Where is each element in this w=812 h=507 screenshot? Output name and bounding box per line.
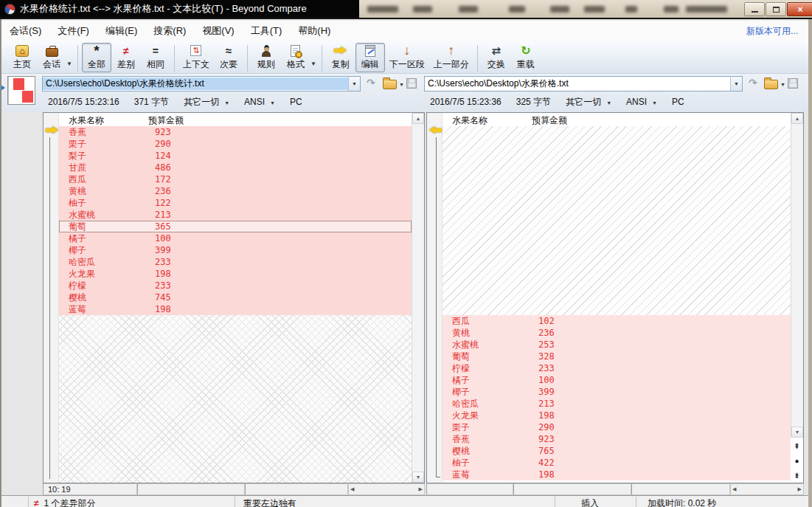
file-line[interactable]: 葡萄328 <box>443 351 791 362</box>
file-line[interactable]: 葡萄365 <box>59 221 412 232</box>
file-line[interactable]: 樱桃765 <box>443 445 791 457</box>
file-line[interactable]: 橘子100 <box>59 232 412 244</box>
scroll-right-icon[interactable]: ▶ <box>798 486 802 492</box>
menu-session[interactable]: 会话(S) <box>1 21 49 41</box>
scroll-down-icon[interactable]: ▼ <box>412 472 424 483</box>
file-line[interactable]: 哈密瓜233 <box>59 256 412 268</box>
sessions-dropdown-icon[interactable]: ▼ <box>66 61 72 67</box>
right-path-dropdown-icon[interactable]: ▼ <box>730 77 742 91</box>
scroll-up-icon[interactable]: ▲ <box>412 113 424 124</box>
show-all-button[interactable]: * 全部 <box>82 43 111 72</box>
minor-button[interactable]: ≈ 次要 <box>214 43 243 72</box>
file-line[interactable]: 梨子124 <box>59 150 412 162</box>
right-browse-folder-icon[interactable] <box>764 80 778 89</box>
minimize-button[interactable] <box>744 2 765 16</box>
left-encoding[interactable]: ANSI▼ <box>244 97 275 107</box>
scroll-left-icon[interactable]: ◀ <box>350 486 354 492</box>
left-send-to-icon[interactable]: ↷ <box>367 77 375 89</box>
previous-part-button[interactable]: ↑ 上一部分 <box>429 43 473 72</box>
right-browse-dropdown-icon[interactable]: ▼ <box>780 82 785 87</box>
menu-help[interactable]: 帮助(H) <box>290 21 339 41</box>
menu-search[interactable]: 搜索(R) <box>145 21 194 41</box>
file-line[interactable]: 橘子100 <box>443 374 791 386</box>
file-line[interactable]: 樱桃745 <box>59 292 412 303</box>
right-path-value[interactable]: C:\Users\echo\Desktop\水果价格.txt <box>425 77 730 90</box>
rules-button[interactable]: 规则 <box>251 43 281 72</box>
file-line[interactable]: 椰子399 <box>59 244 412 256</box>
left-vertical-scrollbar[interactable]: ▲ ▼ <box>412 113 424 483</box>
file-line[interactable]: 西瓜102 <box>443 315 791 327</box>
file-line[interactable]: 西瓜172 <box>59 173 412 185</box>
show-same-button[interactable]: = 相同 <box>141 43 170 72</box>
left-path-combobox[interactable]: C:\Users\echo\Desktop\水果价格统计.txt ▼ <box>42 76 361 92</box>
file-line[interactable]: 甘蔗486 <box>59 162 412 173</box>
file-line[interactable]: 栗子290 <box>443 421 791 433</box>
left-save-icon[interactable] <box>406 78 417 89</box>
left-diff-arrow-icon[interactable] <box>46 126 58 134</box>
comparison-thumbnail[interactable] <box>7 76 35 105</box>
left-path-dropdown-icon[interactable]: ▼ <box>348 77 360 91</box>
menu-view[interactable]: 视图(V) <box>194 21 242 41</box>
right-save-icon[interactable] <box>788 78 798 89</box>
maximize-button[interactable] <box>766 2 786 16</box>
format-dropdown-icon[interactable]: ▼ <box>310 61 316 67</box>
scroll-left-icon[interactable]: ◀ <box>732 486 736 492</box>
file-line[interactable]: 火龙果198 <box>443 410 791 421</box>
close-button[interactable]: × <box>787 2 812 16</box>
last-diff-icon[interactable]: ⇟ <box>794 472 799 480</box>
file-line[interactable]: 椰子399 <box>443 386 791 398</box>
right-send-to-icon[interactable]: ↷ <box>749 77 757 89</box>
right-path-combobox[interactable]: C:\Users\echo\Desktop\水果价格.txt ▼ <box>424 76 743 92</box>
right-text-area[interactable]: 水果名称预算金额 西瓜102 黄桃236 水蜜桃253 葡萄328 <box>443 113 791 483</box>
scroll-down-icon[interactable]: ▼ <box>791 427 803 438</box>
right-vertical-scrollbar[interactable]: ▲ ▼ <box>791 113 803 438</box>
file-line[interactable]: 柠檬233 <box>59 280 412 292</box>
menu-edit[interactable]: 编辑(E) <box>97 21 145 41</box>
file-line[interactable]: 柠檬233 <box>443 362 791 374</box>
right-line-format[interactable]: PC <box>672 97 684 107</box>
scroll-up-icon[interactable]: ▲ <box>791 113 803 124</box>
reload-button[interactable]: ↻ 重载 <box>511 43 541 72</box>
scroll-right-icon[interactable]: ▶ <box>419 486 423 492</box>
update-available-link[interactable]: 新版本可用... <box>746 25 798 38</box>
first-diff-icon[interactable]: ⇞ <box>794 443 799 450</box>
next-section-button[interactable]: ↓ 下一区段 <box>385 43 429 72</box>
file-line[interactable]: 柚子122 <box>59 197 412 209</box>
edit-button[interactable]: 编辑 <box>355 43 385 72</box>
file-line[interactable]: 水蜜桃253 <box>443 339 791 351</box>
menu-file[interactable]: 文件(F) <box>49 21 97 41</box>
copy-button[interactable]: 复制 <box>326 43 355 72</box>
right-header-line[interactable]: 水果名称预算金额 <box>443 114 791 126</box>
left-browse-folder-icon[interactable] <box>383 80 397 89</box>
home-button[interactable]: ⌂ 主页 <box>7 43 37 72</box>
show-differences-button[interactable]: ≠ 差别 <box>111 43 141 72</box>
left-text-area[interactable]: 水果名称预算金额 香蕉923 栗子290 梨子124 甘蔗486 <box>59 113 412 483</box>
right-display-filter[interactable]: 其它一切▼ <box>566 96 611 108</box>
left-display-filter[interactable]: 其它一切▼ <box>184 96 229 108</box>
left-browse-dropdown-icon[interactable]: ▼ <box>399 82 404 87</box>
file-line[interactable]: 蓝莓198 <box>443 469 791 480</box>
file-line[interactable]: 黄桃236 <box>443 327 791 339</box>
left-header-line[interactable]: 水果名称预算金额 <box>59 114 412 126</box>
format-button[interactable]: 格式 <box>281 43 310 72</box>
left-horizontal-scrollbar[interactable]: ◀ ▶ <box>348 483 425 495</box>
file-line[interactable]: 火龙果198 <box>59 268 412 280</box>
swap-button[interactable]: ⇄ 交换 <box>482 43 511 72</box>
left-path-value[interactable]: C:\Users\echo\Desktop\水果价格统计.txt <box>43 77 348 90</box>
file-line[interactable]: 香蕉923 <box>59 126 412 138</box>
file-line[interactable]: 黄桃236 <box>59 185 412 197</box>
menu-tools[interactable]: 工具(T) <box>243 21 291 41</box>
right-diff-arrow-icon[interactable] <box>429 126 442 134</box>
sessions-button[interactable]: 会话 <box>37 43 66 72</box>
context-button[interactable]: ⇅ 上下文 <box>178 43 214 72</box>
file-line[interactable]: 哈密瓜213 <box>443 398 791 410</box>
right-horizontal-scrollbar[interactable]: ◀ ▶ <box>730 483 804 495</box>
file-line[interactable]: 蓝莓198 <box>59 303 412 315</box>
file-line[interactable]: 香蕉923 <box>443 433 791 445</box>
file-line[interactable]: 水蜜桃213 <box>59 209 412 221</box>
file-line[interactable]: 栗子290 <box>59 138 412 150</box>
file-line[interactable]: 柚子422 <box>443 457 791 469</box>
right-encoding[interactable]: ANSI▼ <box>626 97 657 107</box>
center-current-icon[interactable]: ● <box>794 458 799 465</box>
left-line-format[interactable]: PC <box>290 97 302 107</box>
